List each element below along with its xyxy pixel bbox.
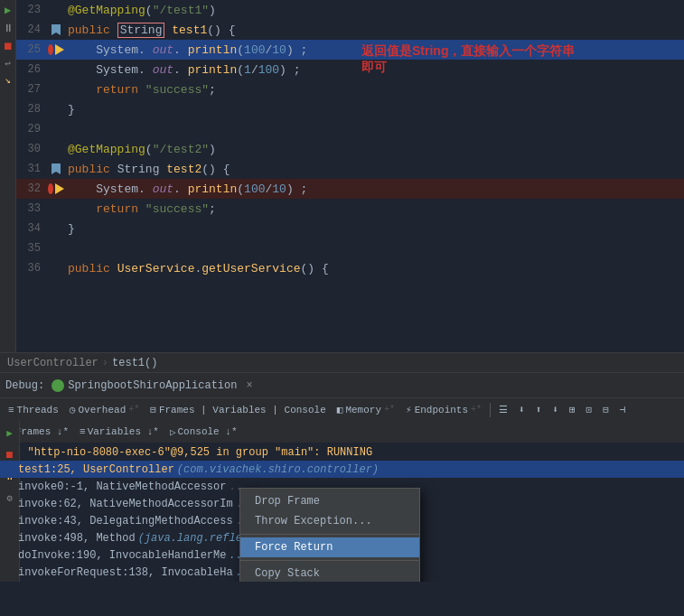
code-line-29: 29 [16,119,684,139]
app-icon [52,379,64,392]
code-line-30: 30 @GetMapping("/test2") [16,139,684,159]
code-line-27: 27 return "success"; [16,79,684,99]
code-line-23: 23 @GetMapping("/test1") [16,0,684,20]
stack-frame-1[interactable]: test1:25, UserController (com.vivachek.s… [0,461,684,478]
breadcrumb-sep: › [102,357,108,369]
breadcrumb-method: test1() [112,357,157,369]
debug-app-tab[interactable]: SpringbootShiroApplication × [52,379,252,392]
overhead-icon: ◷ [70,404,76,415]
thread-status-row: ✓ "http-nio-8080-exec-6"@9,525 in group … [0,443,684,461]
panel-content: ⊟ Frames ↓* ≡ Variables ↓* ▷ Console ↓* … [0,421,684,582]
debug-arrow-25 [55,44,64,55]
debug-label: Debug: [5,379,44,392]
resume-icon[interactable]: ▶ [5,4,11,17]
close-tab-button[interactable]: × [246,379,252,392]
code-line-26: 26 System. out. println(1/100) ; [16,60,684,79]
panel-with-side: ▶ ⏹ ⏸ ⚙ ⊟ Frames ↓* ≡ Variables ↓* ▷ Con… [0,421,684,582]
panel-icon-resume[interactable]: ▶ [2,425,18,441]
ctx-copy-stack[interactable]: Copy Stack [240,564,419,582]
variables-tab[interactable]: ≡ Variables ↓* [76,425,163,439]
context-menu: Drop Frame Throw Exception... Force Retu… [239,488,420,582]
code-line-34: 34 } [16,219,684,238]
code-line-33: 33 return "success"; [16,199,684,219]
action-icon-2[interactable]: ⬇ [514,402,529,417]
thread-status-label: ✓ "http-nio-8080-exec-6"@9,525 in group … [14,445,372,459]
ctx-sep1 [240,534,419,535]
action-icon-3[interactable]: ⬆ [531,402,547,417]
stop-icon[interactable]: ⏹ [3,40,14,53]
toolbar-item-overhead[interactable]: ◷ Overhead +* [65,402,144,417]
debug-bar: Debug: SpringbootShiroApplication × [0,372,684,397]
breakpoint-25 [48,44,53,55]
threads-icon: ≡ [8,405,14,415]
ctx-drop-frame[interactable]: Drop Frame [240,491,419,511]
toolbar-item-threads[interactable]: ≡ Threads [4,403,63,417]
ctx-sep2 [240,560,419,561]
code-line-35: 35 [16,238,684,258]
breadcrumb: UserController › test1() [0,352,684,372]
action-icon-4[interactable]: ⬇ [548,402,563,417]
app-name: SpringbootShiroApplication [68,379,237,392]
memory-icon: ◧ [337,404,343,415]
ctx-throw-exception[interactable]: Throw Exception... [240,511,419,531]
endpoints-icon: ⚡ [406,404,412,415]
console-icon: ▷ [170,426,176,438]
panel-area: ▶ ⏹ ⏸ ⚙ ⊟ Frames ↓* ≡ Variables ↓* ▷ Con… [0,421,684,582]
editor-side-icons: ▶ ⏸ ⏹ ↩ ↘ [0,0,16,352]
code-line-32: 32 System. out. println(100/10) ; [16,179,684,199]
toolbar-item-endpoints[interactable]: ⚡ Endpoints +* [401,402,486,417]
action-icon-7[interactable]: ⊟ [598,402,614,417]
breadcrumb-controller: UserController [7,357,98,369]
code-line-28: 28 } [16,99,684,119]
frames-icon: ⊟ [150,404,156,415]
console-tab[interactable]: ▷ Console ↓* [166,425,241,440]
debug-arrow-32 [55,183,64,194]
ctx-force-return[interactable]: Force Return [240,537,419,557]
panel-toolbar: ⊟ Frames ↓* ≡ Variables ↓* ▷ Console ↓* [0,421,684,443]
variables-icon: ≡ [80,426,86,437]
code-line-36: 36 public UserService.getUserService() { [16,258,684,278]
code-line-31: 31 public String test2() { [16,159,684,179]
toolbar-sep1 [490,403,491,417]
stack-frames-container: test1:25, UserController (com.vivachek.s… [0,461,684,582]
pause-icon[interactable]: ⏸ [3,22,14,35]
step-over-icon[interactable]: ↩ [5,58,11,70]
action-icon-5[interactable]: ⊞ [565,402,580,417]
debug-toolbar2: ≡ Threads ◷ Overhead +* ⊟ Frames | Varia… [0,397,684,421]
action-icon-1[interactable]: ☰ [494,402,512,417]
action-icon-8[interactable]: ⊣ [615,402,631,417]
action-icon-6[interactable]: ⊡ [582,402,597,417]
toolbar-item-frames[interactable]: ⊟ Frames | Variables | Console [145,402,330,417]
code-line-24: 24 public String test1() { [16,20,684,40]
toolbar-item-memory[interactable]: ◧ Memory +* [333,402,399,417]
step-into-icon[interactable]: ↘ [5,74,11,86]
code-line-25: 25 System. out. println(100/10) ; [16,40,684,60]
code-editor: ▶ ⏸ ⏹ ↩ ↘ 23 @GetMapping("/test1") 24 pu… [0,0,684,352]
breakpoint-32 [48,183,53,194]
